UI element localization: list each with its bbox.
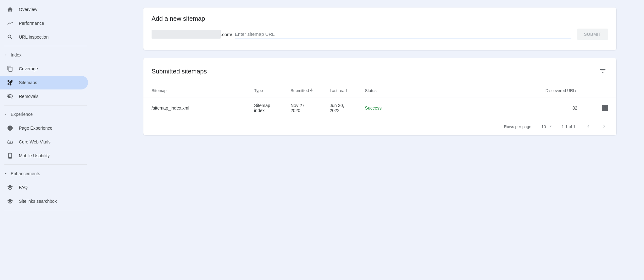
domain-suffix: .com/ bbox=[221, 32, 232, 37]
add-sitemap-card: Add a new sitemap .com/ SUBMIT bbox=[143, 8, 616, 50]
sidebar: Overview Performance URL inspection Inde… bbox=[0, 0, 91, 280]
sitemap-url-input[interactable] bbox=[235, 29, 571, 39]
card-title: Add a new sitemap bbox=[143, 8, 616, 29]
caret-down-icon bbox=[4, 53, 11, 57]
cell-type: Sitemap index bbox=[246, 98, 282, 118]
sidebar-item-overview[interactable]: Overview bbox=[0, 3, 88, 16]
col-last-read: Last read bbox=[322, 83, 357, 98]
sidebar-item-label: Mobile Usability bbox=[19, 153, 50, 158]
pager-range: 1-1 of 1 bbox=[562, 124, 575, 129]
cell-status: Success bbox=[357, 98, 397, 118]
col-type: Type bbox=[246, 83, 282, 98]
pager-prev-button[interactable] bbox=[584, 122, 592, 131]
sort-descending-icon bbox=[309, 88, 314, 93]
section-header-label: Index bbox=[11, 52, 21, 57]
sidebar-item-core-web-vitals[interactable]: Core Web Vitals bbox=[0, 135, 88, 149]
section-header-label: Experience bbox=[11, 112, 33, 117]
sidebar-item-performance[interactable]: Performance bbox=[0, 16, 88, 30]
cell-submitted: Nov 27, 2020 bbox=[282, 98, 322, 118]
section-header-experience[interactable]: Experience bbox=[0, 107, 91, 121]
sidebar-item-label: Overview bbox=[19, 7, 37, 12]
sidebar-item-page-experience[interactable]: Page Experience bbox=[0, 121, 88, 135]
col-submitted[interactable]: Submitted bbox=[282, 83, 322, 98]
sidebar-item-label: FAQ bbox=[19, 185, 28, 190]
pager-next-button[interactable] bbox=[600, 122, 608, 131]
view-details-button[interactable] bbox=[602, 105, 608, 111]
layers-icon bbox=[7, 198, 19, 204]
divider bbox=[4, 105, 87, 105]
table-row[interactable]: /sitemap_index.xml Sitemap index Nov 27,… bbox=[143, 98, 616, 118]
search-icon bbox=[7, 34, 19, 40]
sidebar-item-sitelinks-searchbox[interactable]: Sitelinks searchbox bbox=[0, 194, 88, 208]
col-submitted-label: Submitted bbox=[291, 88, 309, 93]
section-header-label: Enhancements bbox=[11, 171, 40, 176]
filter-icon bbox=[599, 71, 606, 75]
sidebar-item-label: Sitelinks searchbox bbox=[19, 199, 57, 204]
sidebar-item-label: Sitemaps bbox=[19, 80, 37, 85]
sidebar-item-coverage[interactable]: Coverage bbox=[0, 62, 88, 76]
rows-per-page-value: 10 bbox=[541, 124, 546, 129]
caret-down-icon bbox=[4, 112, 11, 116]
hide-icon bbox=[7, 93, 19, 100]
sidebar-item-label: Removals bbox=[19, 94, 38, 99]
sidebar-item-faq[interactable]: FAQ bbox=[0, 180, 88, 194]
rows-per-page-label: Rows per page: bbox=[504, 124, 532, 129]
col-status: Status bbox=[357, 83, 397, 98]
sidebar-item-mobile-usability[interactable]: Mobile Usability bbox=[0, 149, 88, 163]
sidebar-item-sitemaps[interactable]: Sitemaps bbox=[0, 76, 88, 89]
sidebar-item-label: Page Experience bbox=[19, 126, 53, 131]
divider bbox=[4, 164, 87, 165]
trend-icon bbox=[7, 20, 19, 26]
home-icon bbox=[7, 6, 19, 13]
divider bbox=[4, 210, 87, 210]
cell-discovered: 82 bbox=[397, 98, 586, 118]
section-header-index[interactable]: Index bbox=[0, 48, 91, 62]
chevron-right-icon bbox=[601, 125, 607, 130]
chevron-left-icon bbox=[586, 125, 591, 130]
submit-button[interactable]: SUBMIT bbox=[577, 29, 608, 40]
phone-icon bbox=[7, 153, 19, 159]
cell-last-read: Jun 30, 2022 bbox=[322, 98, 357, 118]
sidebar-item-label: Core Web Vitals bbox=[19, 139, 51, 144]
section-header-enhancements[interactable]: Enhancements bbox=[0, 167, 91, 180]
speed-icon bbox=[7, 139, 19, 145]
sidebar-item-url-inspection[interactable]: URL inspection bbox=[0, 30, 88, 44]
submitted-sitemaps-card: Submitted sitemaps Sitemap Type Submitte… bbox=[143, 58, 616, 135]
col-discovered: Discovered URLs bbox=[397, 83, 586, 98]
caret-down-icon bbox=[548, 124, 553, 129]
sidebar-item-label: Coverage bbox=[19, 66, 38, 71]
caret-down-icon bbox=[4, 172, 11, 175]
copy-icon bbox=[7, 66, 19, 72]
sidebar-item-removals[interactable]: Removals bbox=[0, 89, 88, 103]
divider bbox=[4, 46, 87, 46]
main-content: Add a new sitemap .com/ SUBMIT Submitted… bbox=[91, 0, 644, 280]
layers-icon bbox=[7, 184, 19, 191]
rows-per-page-select[interactable]: 10 bbox=[541, 124, 552, 129]
sitemaps-table: Sitemap Type Submitted Last read Status … bbox=[143, 83, 616, 118]
col-actions bbox=[586, 83, 616, 98]
col-sitemap: Sitemap bbox=[143, 83, 246, 98]
table-pager: Rows per page: 10 1-1 of 1 bbox=[143, 118, 616, 135]
sitemap-icon bbox=[7, 79, 19, 86]
filter-button[interactable] bbox=[597, 66, 608, 77]
bar-chart-icon bbox=[603, 105, 607, 111]
cell-sitemap: /sitemap_index.xml bbox=[143, 98, 246, 118]
domain-redacted bbox=[152, 30, 221, 39]
sidebar-item-label: Performance bbox=[19, 21, 44, 26]
sidebar-item-label: URL inspection bbox=[19, 35, 48, 40]
circle-plus-icon bbox=[7, 125, 19, 131]
card-title: Submitted sitemaps bbox=[152, 68, 207, 75]
